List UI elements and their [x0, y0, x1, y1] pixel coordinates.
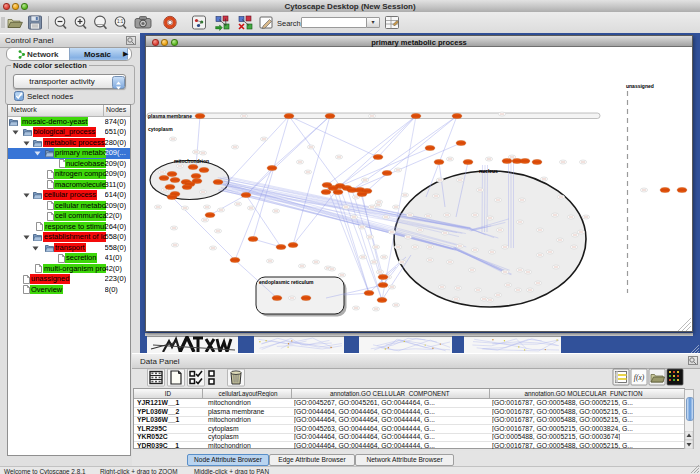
svg-text:unassigned: unassigned	[626, 83, 654, 89]
svg-text:endoplasmic reticulum: endoplasmic reticulum	[259, 279, 314, 285]
svg-text:plasma membrane: plasma membrane	[148, 113, 192, 119]
svg-text:mitochondrion: mitochondrion	[174, 158, 209, 164]
svg-text:nucleus: nucleus	[479, 168, 498, 174]
svg-text:f(x): f(x)	[634, 373, 645, 382]
svg-text:cytoplasm: cytoplasm	[148, 126, 173, 132]
svg-text:Search:: Search:	[277, 19, 303, 28]
